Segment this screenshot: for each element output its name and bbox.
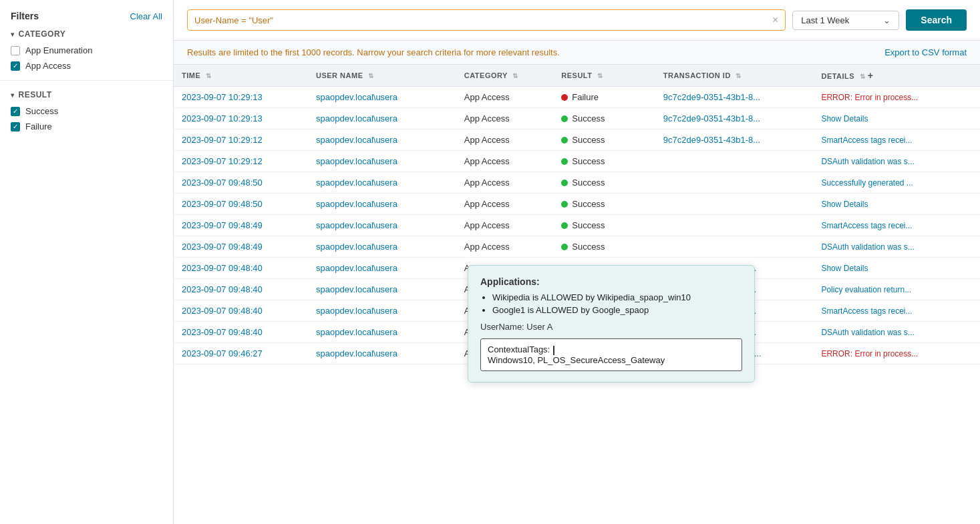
success-dot-icon	[561, 137, 568, 144]
filter-divider	[0, 80, 173, 81]
username-sort-icon[interactable]: ⇅	[368, 72, 374, 79]
cell-username: spaopdev.local\usera	[308, 215, 456, 236]
cell-details[interactable]: ERROR: Error in process...	[813, 343, 980, 364]
app-access-label: App Access	[25, 61, 71, 71]
col-header-details: DETAILS ⇅ +	[813, 65, 980, 87]
tooltip-app-item-2: Google1 is ALLOWED by Google_spaop	[492, 305, 742, 315]
cell-time: 2023-09-07 09:48:50	[174, 172, 308, 194]
category-section-header[interactable]: ▾ CATEGORY	[11, 29, 162, 39]
filter-item-success: Success	[11, 106, 162, 116]
cell-details[interactable]: Policy evaluation return...	[813, 279, 980, 300]
cell-details[interactable]: DSAuth validation was s...	[813, 236, 980, 258]
details-link[interactable]: SmartAccess tags recei...	[821, 306, 912, 316]
success-dot-icon	[561, 158, 568, 165]
details-link[interactable]: DSAuth validation was s...	[821, 328, 914, 337]
results-info-bar: Results are limited to the first 1000 re…	[174, 41, 980, 65]
cell-username: spaopdev.local\usera	[308, 279, 456, 300]
filters-title: Filters	[11, 11, 39, 21]
details-link[interactable]: Policy evaluation return...	[821, 285, 911, 294]
cell-time: 2023-09-07 09:48:49	[174, 236, 308, 258]
table-row: 2023-09-07 09:48:49 spaopdev.local\usera…	[174, 215, 980, 236]
cell-result: Success	[553, 194, 655, 215]
tooltip-username: UserName: User A	[480, 322, 742, 332]
cell-details[interactable]: Show Details	[813, 258, 980, 279]
cell-result: Success	[553, 151, 655, 172]
cell-category: App Access	[456, 129, 554, 151]
add-column-button[interactable]: +	[868, 70, 874, 81]
result-sort-icon[interactable]: ⇅	[597, 72, 603, 79]
details-link[interactable]: SmartAccess tags recei...	[821, 136, 912, 145]
details-link[interactable]: Show Details	[821, 114, 868, 123]
cell-username: spaopdev.local\usera	[308, 129, 456, 151]
details-link[interactable]: DSAuth validation was s...	[821, 157, 914, 166]
search-input-wrap[interactable]: User-Name = "User" ×	[187, 9, 786, 31]
export-link[interactable]: Export to CSV format	[884, 47, 967, 57]
table-row: 2023-09-07 10:29:12 spaopdev.local\usera…	[174, 129, 980, 151]
details-sort-icon[interactable]: ⇅	[860, 73, 866, 80]
cell-details[interactable]: Successfully generated ...	[813, 172, 980, 194]
cell-result: Success	[553, 129, 655, 151]
failure-label: Failure	[25, 121, 52, 132]
search-clear-icon[interactable]: ×	[772, 14, 778, 26]
cell-details[interactable]: ERROR: Error in process...	[813, 87, 980, 108]
cell-time: 2023-09-07 09:48:50	[174, 194, 308, 215]
failure-checkbox[interactable]	[11, 122, 20, 132]
cell-txid	[655, 172, 814, 194]
table-row: 2023-09-07 10:29:13 spaopdev.local\usera…	[174, 87, 980, 108]
cell-category: App Access	[456, 236, 554, 258]
app-enum-checkbox[interactable]	[11, 46, 20, 55]
cell-result: Success	[553, 236, 655, 258]
sidebar: Filters Clear All ▾ CATEGORY App Enumera…	[0, 0, 174, 524]
cell-username: spaopdev.local\usera	[308, 172, 456, 194]
cell-txid: 9c7c2de9-0351-43b1-8...	[655, 87, 814, 108]
category-chevron-icon: ▾	[11, 31, 15, 38]
details-link[interactable]: Show Details	[821, 264, 868, 273]
cell-details[interactable]: Show Details	[813, 108, 980, 129]
result-chevron-icon: ▾	[11, 91, 15, 99]
search-query-text: User-Name = "User"	[194, 15, 772, 25]
tooltip-title: Applications:	[480, 276, 742, 287]
col-header-result: RESULT ⇅	[553, 65, 655, 87]
cell-details[interactable]: DSAuth validation was s...	[813, 322, 980, 343]
details-link[interactable]: DSAuth validation was s...	[821, 242, 914, 252]
txid-sort-icon[interactable]: ⇅	[736, 72, 742, 79]
search-button[interactable]: Search	[906, 9, 967, 31]
details-link[interactable]: Successfully generated ...	[821, 178, 913, 188]
cell-txid	[655, 236, 814, 258]
cell-details[interactable]: SmartAccess tags recei...	[813, 129, 980, 151]
details-link[interactable]: Show Details	[821, 200, 868, 209]
category-sort-icon[interactable]: ⇅	[512, 72, 518, 79]
tooltip-tags-label: ContextualTags:	[488, 344, 550, 354]
cell-txid: 9c7c2de9-0351-43b1-8...	[655, 108, 814, 129]
result-section-header[interactable]: ▾ RESULT	[11, 90, 162, 99]
cell-details[interactable]: DSAuth validation was s...	[813, 151, 980, 172]
cell-details[interactable]: SmartAccess tags recei...	[813, 300, 980, 322]
details-link[interactable]: ERROR: Error in process...	[821, 93, 918, 102]
cell-username: spaopdev.local\usera	[308, 322, 456, 343]
success-dot-icon	[561, 115, 568, 122]
tooltip-cursor-icon	[553, 346, 554, 355]
col-header-txid: TRANSACTION ID ⇅	[655, 65, 814, 87]
success-dot-icon	[561, 244, 568, 250]
success-dot-icon	[561, 222, 568, 229]
app-access-checkbox[interactable]	[11, 61, 20, 71]
col-header-category: CATEGORY ⇅	[456, 65, 554, 87]
cell-details[interactable]: SmartAccess tags recei...	[813, 215, 980, 236]
time-range-chevron-icon: ⌄	[883, 15, 890, 25]
filter-item-failure: Failure	[11, 121, 162, 132]
time-sort-icon[interactable]: ⇅	[206, 72, 212, 79]
table-wrap: TIME ⇅ USER NAME ⇅ CATEGORY ⇅ RESULT	[174, 65, 980, 524]
search-bar: User-Name = "User" × Last 1 Week ⌄ Searc…	[174, 0, 980, 41]
success-dot-icon	[561, 180, 568, 186]
cell-time: 2023-09-07 09:46:27	[174, 343, 308, 364]
details-link[interactable]: ERROR: Error in process...	[821, 349, 918, 358]
cell-username: spaopdev.local\usera	[308, 343, 456, 364]
details-link[interactable]: SmartAccess tags recei...	[821, 221, 912, 230]
table-row: 2023-09-07 10:29:13 spaopdev.local\usera…	[174, 108, 980, 129]
success-checkbox[interactable]	[11, 107, 20, 116]
result-text: Success	[572, 242, 605, 252]
cell-category: App Access	[456, 215, 554, 236]
time-range-select[interactable]: Last 1 Week ⌄	[792, 11, 899, 30]
clear-all-button[interactable]: Clear All	[130, 11, 162, 21]
cell-details[interactable]: Show Details	[813, 194, 980, 215]
